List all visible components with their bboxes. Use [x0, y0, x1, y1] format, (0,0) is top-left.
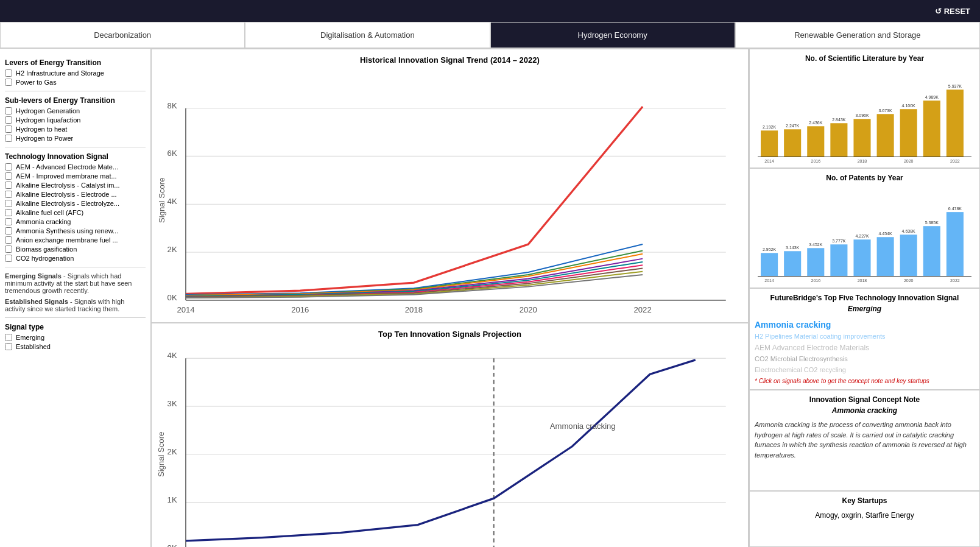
sublever-hheat-label: Hydrogen to heat — [16, 125, 67, 133]
svg-text:5.937K: 5.937K — [948, 84, 962, 88]
center-content: Historical Innovation Signal Trend (2014… — [151, 49, 749, 547]
lever-p2g[interactable]: Power to Gas — [5, 79, 146, 86]
top-five-section: FutureBridge's Top Five Technology Innov… — [749, 288, 980, 390]
svg-text:3.673K: 3.673K — [879, 108, 893, 113]
lever-h2-label: H2 Infrastructure and Storage — [16, 69, 104, 77]
sublever-hheat-checkbox[interactable] — [5, 125, 12, 133]
svg-text:5.385K: 5.385K — [925, 221, 939, 225]
tech-alk-elec[interactable]: Alkaline Electrolysis - Electrode ... — [5, 191, 146, 198]
concept-note-text: Ammonia cracking is the process of conve… — [755, 420, 975, 460]
lever-p2g-checkbox[interactable] — [5, 79, 12, 86]
svg-text:4.638K: 4.638K — [902, 230, 916, 234]
svg-rect-75 — [923, 227, 940, 277]
sci-lit-svg: 2.192K 2.247K 2.436K 2.843K 3.096K 3.673… — [755, 65, 975, 163]
svg-text:2020: 2020 — [904, 159, 914, 163]
historical-chart-title: Historical Innovation Signal Trend (2014… — [158, 55, 742, 65]
svg-text:2014: 2014 — [177, 305, 194, 314]
historical-chart-panel: Historical Innovation Signal Trend (2014… — [151, 49, 749, 323]
tech-alk-elyze[interactable]: Alkaline Electrolysis - Electrolyze... — [5, 200, 146, 207]
signal-2[interactable]: H2 Pipelines Material coating improvemen… — [755, 331, 975, 342]
tech-ammonia-crack[interactable]: Ammonia cracking — [5, 218, 146, 225]
svg-text:2016: 2016 — [811, 159, 820, 163]
tech-alk-cat[interactable]: Alkaline Electrolysis - Catalyst im... — [5, 182, 146, 189]
sublever-hheat[interactable]: Hydrogen to heat — [5, 125, 146, 133]
historical-chart-svg: 0K 2K 4K 6K 8K Signal Score — [158, 68, 742, 316]
signal-3[interactable]: AEM Advanced Electrode Materials — [755, 342, 975, 354]
tab-digitalisation[interactable]: Digitalisation & Automation — [245, 22, 490, 48]
signal-1[interactable]: Ammonia cracking — [755, 318, 975, 331]
signal-emerging[interactable]: Emerging — [5, 334, 146, 341]
svg-text:2020: 2020 — [520, 305, 537, 314]
tech-anion[interactable]: Anion exchange membrane fuel ... — [5, 236, 146, 244]
projection-chart-title: Top Ten Innovation Signals Projection — [158, 330, 742, 339]
sublever-hgen-checkbox[interactable] — [5, 107, 12, 115]
signal-5[interactable]: Electrochemical CO2 recycling — [755, 365, 975, 376]
svg-rect-70 — [807, 249, 824, 277]
tab-hydrogen[interactable]: Hydrogen Economy — [490, 22, 735, 48]
svg-rect-49 — [900, 109, 917, 157]
sci-lit-title: No. of Scientific Literature by Year — [755, 54, 975, 63]
svg-rect-48 — [877, 114, 894, 157]
tech-biomass[interactable]: Biomass gasification — [5, 245, 146, 253]
signal-list: Ammonia cracking H2 Pipelines Material c… — [755, 318, 975, 375]
lever-h2[interactable]: H2 Infrastructure and Storage — [5, 69, 146, 77]
svg-rect-69 — [784, 252, 801, 277]
concept-signal-name: Ammonia cracking — [755, 406, 975, 415]
svg-rect-47 — [853, 119, 870, 157]
patents-title: No. of Patents by Year — [755, 174, 975, 182]
top-five-subtitle: Emerging — [755, 305, 975, 313]
patents-svg: 2.952K 3.143K 3.452K 3.777K 4.227K 4.454… — [755, 185, 975, 282]
tech-aem-imp[interactable]: AEM - Improved membrane mat... — [5, 172, 146, 180]
historical-chart-area: 0K 2K 4K 6K 8K Signal Score — [158, 68, 742, 316]
right-panel: No. of Scientific Literature by Year 2.1… — [749, 49, 980, 547]
svg-text:8K: 8K — [167, 101, 177, 110]
tab-renewable[interactable]: Renewable Generation and Storage — [735, 22, 980, 48]
svg-text:2022: 2022 — [950, 159, 960, 163]
reset-button[interactable]: ↺ RESET — [935, 7, 970, 16]
svg-text:2K: 2K — [167, 245, 177, 254]
key-startups-title: Key Startups — [755, 496, 975, 505]
sublever-hpower-checkbox[interactable] — [5, 135, 12, 142]
svg-text:4.227K: 4.227K — [855, 235, 869, 239]
svg-text:Ammonia cracking: Ammonia cracking — [550, 422, 616, 431]
svg-text:2016: 2016 — [291, 305, 309, 314]
sublevers-title: Sub-levers of Energy Transition — [5, 96, 146, 105]
signal-type-title: Signal type — [5, 323, 146, 331]
sublever-hgen[interactable]: Hydrogen Generation — [5, 107, 146, 115]
sublever-hliq[interactable]: Hydrogen liquafaction — [5, 116, 146, 124]
svg-rect-45 — [807, 126, 824, 157]
tech-aem-adv[interactable]: AEM - Advanced Electrode Mate... — [5, 163, 146, 171]
sublever-hgen-label: Hydrogen Generation — [16, 107, 80, 115]
svg-text:4.989K: 4.989K — [925, 95, 939, 99]
svg-text:2020: 2020 — [904, 279, 914, 283]
svg-text:3.777K: 3.777K — [832, 239, 846, 244]
svg-text:1K: 1K — [167, 495, 177, 504]
sublever-hpower[interactable]: Hydrogen to Power — [5, 135, 146, 142]
lever-h2-checkbox[interactable] — [5, 69, 12, 77]
svg-text:3K: 3K — [167, 399, 177, 408]
svg-text:2018: 2018 — [858, 159, 867, 163]
svg-text:6.478K: 6.478K — [948, 207, 962, 211]
svg-text:2.247K: 2.247K — [786, 124, 800, 128]
svg-rect-76 — [947, 213, 964, 277]
concept-note-section: Innovation Signal Concept Note Ammonia c… — [749, 390, 980, 491]
signal-established[interactable]: Established — [5, 343, 146, 350]
svg-text:2014: 2014 — [764, 159, 774, 163]
tech-co2[interactable]: CO2 hydrogenation — [5, 255, 146, 262]
svg-rect-73 — [877, 238, 894, 277]
tech-signals-title: Technology Innovation Signal — [5, 152, 146, 161]
svg-rect-43 — [761, 130, 778, 157]
tab-decarbonization[interactable]: Decarbonization — [0, 22, 245, 48]
svg-text:2K: 2K — [167, 447, 177, 456]
svg-rect-51 — [947, 90, 964, 157]
levers-title: Levers of Energy Transition — [5, 58, 146, 67]
svg-rect-68 — [761, 253, 778, 277]
signal-4[interactable]: CO2 Microbial Electrosynthesis — [755, 354, 975, 365]
sublever-hliq-checkbox[interactable] — [5, 116, 12, 124]
tech-afc[interactable]: Alkaline fuel cell (AFC) — [5, 209, 146, 216]
svg-text:3.096K: 3.096K — [855, 113, 869, 118]
svg-text:0K: 0K — [167, 293, 177, 302]
tech-ammonia-synth[interactable]: Ammonia Synthesis using renew... — [5, 227, 146, 235]
emerging-desc: Emerging Signals - Signals which had min… — [5, 272, 146, 294]
tab-bar: Decarbonization Digitalisation & Automat… — [0, 22, 980, 49]
